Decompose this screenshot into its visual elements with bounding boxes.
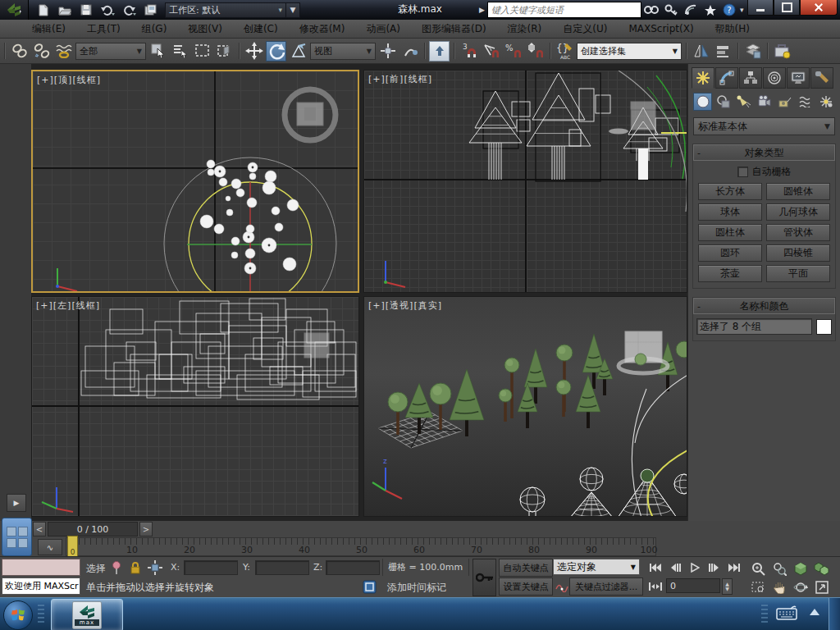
workspace-dropdown[interactable]: 工作区: 默认 ▾ xyxy=(165,2,286,18)
select-and-rotate-button[interactable] xyxy=(266,41,286,62)
viewport-left-label[interactable]: [+][左][线框] xyxy=(36,299,100,312)
tab-hierarchy[interactable] xyxy=(739,67,762,89)
next-frame-play-button[interactable] xyxy=(705,559,724,575)
auto-key-button[interactable]: 自动关键点 xyxy=(499,559,553,577)
taskbar-3dsmax-button[interactable]: max xyxy=(51,599,123,630)
viewport-top-label[interactable]: [+][顶][线框] xyxy=(37,74,101,86)
track-bar[interactable]: 0102030405060708090100 xyxy=(66,537,656,556)
minimize-button[interactable] xyxy=(747,0,774,16)
z-coordinate-field[interactable] xyxy=(326,560,380,575)
menu-item-4[interactable]: 创建(C) xyxy=(233,20,289,38)
viewport-top[interactable]: [+][顶][线框] xyxy=(31,70,359,293)
zoom-region-button[interactable] xyxy=(748,578,768,596)
open-file-button[interactable] xyxy=(57,2,73,17)
unlink-selection-button[interactable] xyxy=(31,41,52,62)
category-space-warps-button[interactable] xyxy=(796,93,815,111)
maxscript-mini-listener-white[interactable]: 欢迎使用 MAXScr xyxy=(2,578,80,595)
new-scene-button[interactable] xyxy=(35,2,52,17)
viewport-layout-tab[interactable] xyxy=(2,518,32,556)
menu-item-1[interactable]: 工具(T) xyxy=(76,20,131,38)
angle-snap-toggle-button[interactable] xyxy=(481,41,501,62)
search-button[interactable] xyxy=(641,2,661,18)
project-folder-button[interactable] xyxy=(142,2,158,17)
maximize-button[interactable] xyxy=(774,0,800,16)
redo-button[interactable] xyxy=(121,2,137,17)
menu-item-2[interactable]: 组(G) xyxy=(131,20,178,38)
favorites-star-icon[interactable] xyxy=(701,2,720,18)
time-slider-value[interactable]: 0 / 100 xyxy=(48,522,138,536)
object-button-几何球体[interactable]: 几何球体 xyxy=(766,203,830,221)
add-time-tag[interactable]: 添加时间标记 xyxy=(387,581,446,595)
primitive-category-dropdown[interactable]: 标准基本体 ▼ xyxy=(693,117,835,135)
key-mode-dropdown[interactable]: 选定对象 ▼ xyxy=(553,559,640,575)
previous-frame-button[interactable]: < xyxy=(33,522,46,536)
use-pivot-center-button[interactable] xyxy=(377,41,398,62)
search-collapse-icon[interactable]: ▶ xyxy=(479,6,485,14)
object-button-平面[interactable]: 平面 xyxy=(766,265,830,282)
close-button[interactable] xyxy=(800,0,838,16)
workspace-flyout-button[interactable]: ▼ xyxy=(286,2,300,18)
snap-toggle-3d-button[interactable]: 3 xyxy=(459,41,479,62)
show-desktop-button[interactable] xyxy=(829,598,840,630)
selection-lock-toggle-icon[interactable] xyxy=(128,560,143,575)
viewport-front[interactable]: [+][前][线框] xyxy=(363,70,687,293)
selection-filter-dropdown[interactable]: 全部 ▼ xyxy=(75,43,146,60)
object-button-长方体[interactable]: 长方体 xyxy=(698,183,762,200)
window-crossing-toggle-button[interactable] xyxy=(214,41,235,62)
name-color-rollout-header[interactable]: - 名称和颜色 xyxy=(693,298,835,314)
toolbox-button[interactable] xyxy=(772,41,792,62)
start-button[interactable] xyxy=(3,600,33,630)
menu-item-10[interactable]: MAXScript(X) xyxy=(618,20,704,38)
tab-modify[interactable] xyxy=(715,67,738,89)
viewport-perspective[interactable]: [+][透视][真实] z xyxy=(363,296,687,517)
search-input[interactable] xyxy=(487,2,641,18)
zoom-button[interactable] xyxy=(748,559,768,577)
maximize-viewport-toggle-button[interactable] xyxy=(812,578,832,596)
communication-center-icon[interactable] xyxy=(681,2,701,18)
reference-coordinate-dropdown[interactable]: 视图 ▼ xyxy=(310,43,376,60)
keyboard-shortcut-override-button[interactable] xyxy=(429,41,450,62)
menu-item-11[interactable]: 帮助(H) xyxy=(705,20,760,38)
y-coordinate-field[interactable] xyxy=(255,560,309,575)
previous-frame-play-button[interactable] xyxy=(666,559,684,575)
rectangular-selection-region-button[interactable] xyxy=(192,41,212,62)
menu-item-0[interactable]: 编辑(E) xyxy=(21,20,76,38)
current-frame-field[interactable]: 0 xyxy=(666,578,720,593)
category-lights-button[interactable] xyxy=(734,93,753,111)
tab-display[interactable] xyxy=(787,67,810,89)
object-button-茶壶[interactable]: 茶壶 xyxy=(698,265,762,282)
pan-hand-button[interactable] xyxy=(769,578,789,596)
key-filters-button[interactable]: 关键点过滤器... xyxy=(569,578,643,596)
isolate-selection-icon[interactable] xyxy=(362,579,377,594)
show-hidden-icons-button[interactable] xyxy=(809,608,820,616)
select-and-link-button[interactable] xyxy=(9,41,30,62)
percent-snap-toggle-button[interactable]: % xyxy=(503,41,523,62)
bind-to-space-warp-button[interactable] xyxy=(53,41,74,62)
viewport-front-label[interactable]: [+][前][线框] xyxy=(368,73,432,85)
menu-item-7[interactable]: 图形编辑器(D) xyxy=(411,20,497,38)
orbit-button[interactable] xyxy=(791,578,810,596)
set-keys-button[interactable] xyxy=(472,559,496,596)
select-and-move-button[interactable] xyxy=(244,41,264,62)
go-to-end-button[interactable] xyxy=(725,559,743,575)
autogrid-checkbox[interactable] xyxy=(737,167,748,177)
menu-item-3[interactable]: 视图(V) xyxy=(177,20,233,38)
input-method-keyboard-icon[interactable] xyxy=(776,605,797,621)
object-button-圆环[interactable]: 圆环 xyxy=(698,244,762,262)
help-flyout-arrow[interactable]: ▾ xyxy=(740,6,744,14)
zoom-extents-button[interactable] xyxy=(791,559,810,577)
object-button-圆锥体[interactable]: 圆锥体 xyxy=(766,183,830,200)
select-and-manipulate-button[interactable] xyxy=(399,41,420,62)
named-selection-set-dropdown[interactable]: 创建选择集 ▼ xyxy=(577,43,682,60)
manage-layers-button[interactable] xyxy=(742,41,763,62)
go-to-start-button[interactable] xyxy=(646,559,664,575)
spinner-snap-toggle-button[interactable] xyxy=(525,41,546,62)
select-and-scale-button[interactable] xyxy=(288,41,308,62)
open-mini-curve-editor-button[interactable]: ∿ xyxy=(38,539,62,555)
subscription-key-icon[interactable] xyxy=(661,2,681,18)
category-helpers-button[interactable] xyxy=(775,93,794,111)
menu-item-8[interactable]: 渲染(R) xyxy=(497,20,553,38)
menu-item-6[interactable]: 动画(A) xyxy=(355,20,411,38)
object-button-球体[interactable]: 球体 xyxy=(698,203,762,221)
category-shapes-button[interactable] xyxy=(714,93,733,111)
